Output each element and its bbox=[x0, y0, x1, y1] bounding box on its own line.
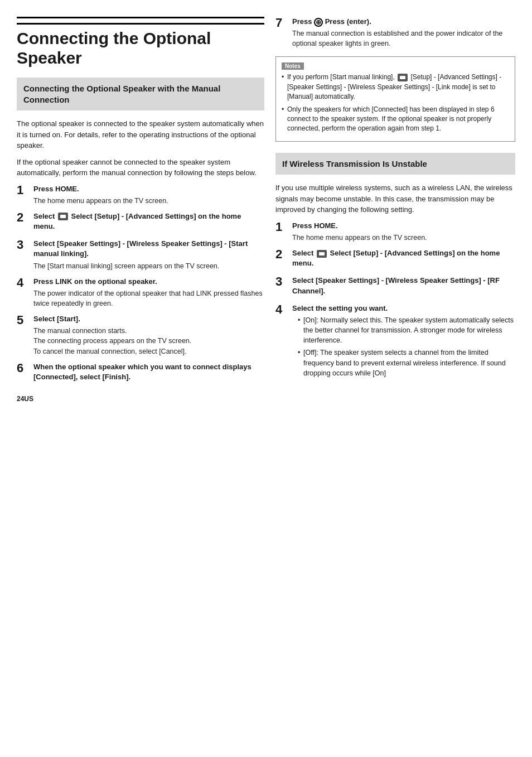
step-4-desc: The power indicator of the optional spea… bbox=[33, 288, 264, 308]
wireless-step-3: 3 Select [Speaker Settings] - [Wireless … bbox=[275, 276, 515, 297]
wireless-bullets: [On]: Normally select this. The speaker … bbox=[292, 315, 515, 378]
step-7: 7 Press ⊕ Press (enter). The manual conn… bbox=[275, 17, 515, 49]
step-2-number: 2 bbox=[17, 211, 29, 224]
intro-text-2: If the optional speaker cannot be connec… bbox=[17, 157, 264, 179]
wireless-section-box: If Wireless Transmission Is Unstable bbox=[275, 153, 515, 175]
wireless-step-1-title: Press HOME. bbox=[292, 221, 515, 231]
wireless-step-4: 4 Select the setting you want. [On]: Nor… bbox=[275, 303, 515, 380]
step-7-title: Press ⊕ Press (enter). bbox=[292, 17, 515, 27]
step-3: 3 Select [Speaker Settings] - [Wireless … bbox=[17, 239, 264, 271]
step-2: 2 Select Select [Setup] - [Advanced Sett… bbox=[17, 211, 264, 233]
setup-icon-w2 bbox=[317, 250, 327, 258]
step-5-number: 5 bbox=[17, 314, 29, 326]
step-4-number: 4 bbox=[17, 277, 29, 289]
step-7-number: 7 bbox=[275, 17, 288, 29]
intro-text-1: The optional speaker is connected to the… bbox=[17, 118, 264, 151]
setup-icon-note bbox=[398, 74, 408, 81]
wireless-step-1-desc: The home menu appears on the TV screen. bbox=[292, 233, 515, 243]
note-2: Only the speakers for which [Connected] … bbox=[282, 105, 509, 134]
wireless-bullet-2: [Off]: The speaker system selects a chan… bbox=[298, 348, 515, 378]
step-1-number: 1 bbox=[17, 184, 29, 196]
wireless-bullet-1: [On]: Normally select this. The speaker … bbox=[298, 315, 515, 345]
notes-label: Notes bbox=[282, 62, 304, 70]
step-6-number: 6 bbox=[17, 362, 29, 374]
step-1-title: Press HOME. bbox=[33, 184, 264, 194]
step-4: 4 Press LINK on the optional speaker. Th… bbox=[17, 277, 264, 308]
manual-connection-box: Connecting the Optional Speaker with the… bbox=[17, 78, 264, 110]
step-4-title: Press LINK on the optional speaker. bbox=[33, 277, 264, 287]
wireless-section-title: If Wireless Transmission Is Unstable bbox=[282, 158, 509, 170]
main-title: Connecting the Optional Speaker bbox=[17, 23, 264, 67]
step-1: 1 Press HOME. The home menu appears on t… bbox=[17, 184, 264, 206]
step-3-desc: The [Start manual linking] screen appear… bbox=[33, 261, 264, 271]
step-6: 6 When the optional speaker which you wa… bbox=[17, 362, 264, 384]
step-3-number: 3 bbox=[17, 239, 29, 251]
wireless-step-3-number: 3 bbox=[275, 276, 288, 288]
enter-icon: ⊕ bbox=[314, 18, 323, 27]
step-5-desc: The manual connection starts. The connec… bbox=[33, 326, 264, 356]
left-column: Connecting the Optional Speaker Connecti… bbox=[17, 17, 264, 403]
step-1-desc: The home menu appears on the TV screen. bbox=[33, 196, 264, 206]
step-7-desc: The manual connection is established and… bbox=[292, 28, 515, 49]
wireless-intro: If you use multiple wireless systems, su… bbox=[275, 182, 515, 215]
wireless-step-2-number: 2 bbox=[275, 248, 288, 261]
step-2-title: Select Select [Setup] - [Advanced Settin… bbox=[33, 211, 264, 232]
wireless-step-4-title: Select the setting you want. bbox=[292, 303, 515, 314]
right-column: 7 Press ⊕ Press (enter). The manual conn… bbox=[275, 17, 515, 403]
wireless-step-4-number: 4 bbox=[275, 303, 288, 316]
notes-box: Notes If you perform [Start manual linki… bbox=[275, 56, 515, 141]
step-6-title: When the optional speaker which you want… bbox=[33, 362, 264, 382]
page-number: 24US bbox=[17, 395, 264, 403]
step-5-title: Select [Start]. bbox=[33, 314, 264, 324]
setup-icon-2 bbox=[58, 213, 68, 220]
wireless-step-1-number: 1 bbox=[275, 221, 288, 233]
wireless-step-2-title: Select Select [Setup] - [Advanced Settin… bbox=[292, 248, 515, 268]
note-1: If you perform [Start manual linking], [… bbox=[282, 73, 509, 102]
wireless-step-1: 1 Press HOME. The home menu appears on t… bbox=[275, 221, 515, 243]
step-3-title: Select [Speaker Settings] - [Wireless Sp… bbox=[33, 239, 264, 259]
section-box-title: Connecting the Optional Speaker with the… bbox=[23, 83, 258, 105]
step-5: 5 Select [Start]. The manual connection … bbox=[17, 314, 264, 356]
wireless-step-3-title: Select [Speaker Settings] - [Wireless Sp… bbox=[292, 276, 515, 296]
wireless-step-2: 2 Select Select [Setup] - [Advanced Sett… bbox=[275, 248, 515, 270]
